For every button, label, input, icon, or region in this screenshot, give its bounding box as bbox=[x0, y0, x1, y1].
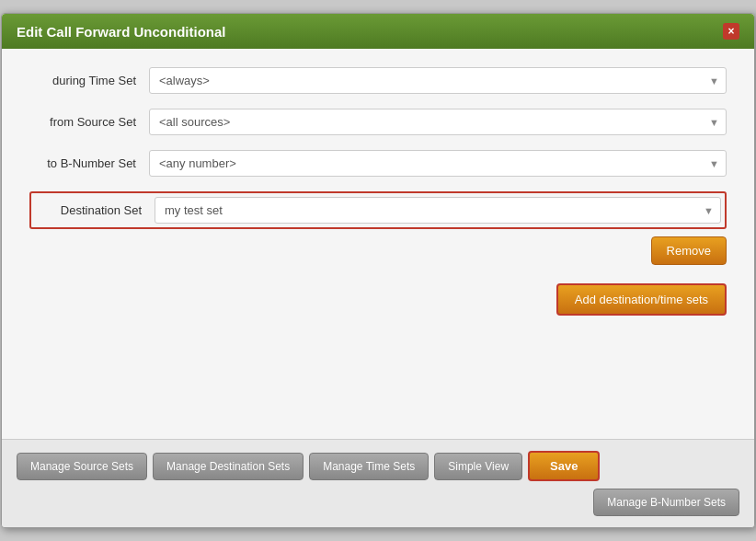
footer-row-2: Manage B-Number Sets bbox=[17, 489, 739, 516]
destination-set-label: Destination Set bbox=[35, 203, 155, 217]
time-set-select[interactable]: <always> bbox=[149, 67, 727, 94]
b-number-set-wrap: <any number> ▼ bbox=[149, 150, 727, 177]
close-button[interactable]: × bbox=[723, 23, 739, 40]
dialog-header: Edit Call Forward Unconditional × bbox=[2, 14, 754, 49]
destination-set-wrap: my test set ▼ bbox=[155, 197, 721, 224]
save-button[interactable]: Save bbox=[528, 451, 600, 481]
dialog-body: during Time Set <always> ▼ from Source S… bbox=[2, 49, 754, 439]
destination-set-select[interactable]: my test set bbox=[155, 197, 721, 224]
b-number-set-label: to B-Number Set bbox=[29, 156, 149, 170]
dialog-footer: Manage Source Sets Manage Destination Se… bbox=[2, 439, 754, 527]
manage-source-sets-button[interactable]: Manage Source Sets bbox=[17, 453, 147, 480]
b-number-set-row: to B-Number Set <any number> ▼ bbox=[29, 150, 727, 177]
dialog-title: Edit Call Forward Unconditional bbox=[17, 24, 226, 40]
edit-call-forward-dialog: Edit Call Forward Unconditional × during… bbox=[1, 13, 755, 528]
time-set-label: during Time Set bbox=[29, 74, 149, 87]
source-set-wrap: <all sources> ▼ bbox=[149, 109, 727, 135]
manage-destination-sets-button[interactable]: Manage Destination Sets bbox=[153, 453, 304, 480]
remove-btn-row: Remove bbox=[29, 236, 727, 265]
time-set-wrap: <always> ▼ bbox=[149, 67, 727, 94]
source-set-label: from Source Set bbox=[29, 115, 149, 129]
manage-time-sets-button[interactable]: Manage Time Sets bbox=[309, 453, 429, 480]
b-number-set-select[interactable]: <any number> bbox=[149, 150, 727, 177]
time-set-row: during Time Set <always> ▼ bbox=[29, 67, 727, 94]
simple-view-button[interactable]: Simple View bbox=[434, 453, 522, 480]
footer-row-1: Manage Source Sets Manage Destination Se… bbox=[17, 451, 739, 481]
destination-set-highlighted-row: Destination Set my test set ▼ bbox=[29, 191, 727, 229]
manage-b-number-sets-button[interactable]: Manage B-Number Sets bbox=[593, 489, 739, 516]
remove-button[interactable]: Remove bbox=[651, 236, 727, 265]
add-sets-row: Add destination/time sets bbox=[29, 283, 727, 316]
source-set-row: from Source Set <all sources> ▼ bbox=[29, 109, 727, 135]
source-set-select[interactable]: <all sources> bbox=[149, 109, 727, 135]
add-destination-time-sets-button[interactable]: Add destination/time sets bbox=[556, 283, 727, 316]
